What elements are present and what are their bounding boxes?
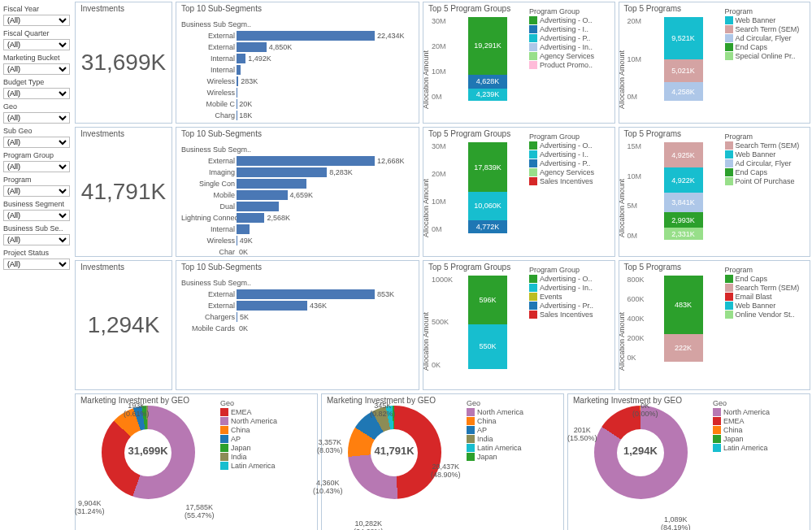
legend-item[interactable]: Web Banner [725, 16, 805, 24]
legend-item[interactable]: Latin America [467, 444, 560, 452]
legend-item[interactable]: North America [220, 417, 314, 425]
bar-row[interactable]: External4,850K [181, 41, 414, 53]
legend-item[interactable]: Advertising - O.. [529, 16, 610, 24]
bar-row[interactable]: Mobile C20K [181, 98, 414, 110]
legend-item[interactable]: Web Banner [725, 150, 805, 159]
bar[interactable] [237, 54, 245, 63]
legend-item[interactable]: Product Promo.. [529, 61, 610, 69]
legend-item[interactable]: North America [713, 408, 806, 416]
stack-segment[interactable]: 4,925K [664, 142, 703, 167]
bar-row[interactable]: Charg18K [181, 110, 414, 121]
filter-select-0[interactable]: (All) [3, 15, 70, 26]
legend-item[interactable]: Japan [220, 444, 314, 452]
legend-item[interactable]: Agency Services [529, 52, 610, 60]
legend-item[interactable]: China [220, 426, 314, 434]
bar[interactable] [237, 179, 306, 189]
stacked-bar[interactable]: 222K483K [664, 276, 703, 362]
bar-row[interactable]: Char0K [181, 246, 414, 257]
legend-item[interactable]: AP [220, 435, 314, 443]
filter-select-9[interactable]: (All) [3, 234, 70, 245]
bar[interactable] [237, 213, 264, 223]
bar-row[interactable]: Wireless [181, 87, 414, 98]
legend-item[interactable]: Advertising - Pr.. [529, 302, 610, 310]
legend-item[interactable]: Advertising - O.. [529, 141, 610, 150]
stack-segment[interactable]: 4,772K [468, 220, 507, 233]
legend-item[interactable]: Japan [467, 453, 560, 461]
bar-row[interactable]: External22,434K [181, 30, 414, 41]
bar[interactable] [237, 65, 241, 75]
legend-item[interactable]: Sales Incentives [529, 177, 610, 185]
legend-item[interactable]: Advertising - I.. [529, 150, 610, 159]
stack-segment[interactable]: 483K [664, 276, 703, 334]
filter-select-2[interactable]: (All) [3, 63, 70, 75]
legend-item[interactable]: EMEA [220, 408, 314, 416]
bar[interactable] [237, 289, 375, 299]
legend-item[interactable]: Ad Circular, Flyer [725, 159, 805, 167]
stack-segment[interactable]: 4,239K [468, 89, 507, 102]
filter-select-3[interactable]: (All) [3, 88, 70, 99]
legend-item[interactable]: Sales Incentives [529, 311, 610, 319]
stack-segment[interactable]: 5,021K [664, 59, 703, 82]
filter-select-6[interactable]: (All) [3, 161, 70, 172]
stack-segment[interactable]: 222K [664, 334, 703, 361]
legend-item[interactable]: End Caps [725, 168, 805, 176]
stack-segment[interactable]: 3,841K [664, 193, 703, 212]
bar-row[interactable]: Wireless283K [181, 76, 414, 87]
bar-row[interactable]: External12,668K [181, 155, 414, 167]
bar-row[interactable]: Internal1,492K [181, 53, 414, 64]
stack-segment[interactable]: 2,993K [664, 212, 703, 228]
stack-segment[interactable]: 550K [468, 324, 507, 369]
stack-segment[interactable]: 4,258K [664, 82, 703, 101]
legend-item[interactable]: Advertising - P.. [529, 34, 610, 42]
legend-item[interactable]: Email Blast [725, 293, 805, 301]
stack-segment[interactable]: 17,839K [468, 142, 507, 192]
bar-row[interactable]: Mobile Cards0K [181, 323, 414, 334]
bar[interactable] [237, 301, 307, 311]
legend-item[interactable]: Japan [713, 435, 806, 443]
bar-row[interactable]: Imaging8,283K [181, 167, 414, 178]
stacked-bar[interactable]: 550K596K [468, 276, 507, 369]
legend-item[interactable]: EMEA [713, 417, 806, 425]
legend-item[interactable]: Advertising - P.. [529, 159, 610, 167]
stack-segment[interactable]: 19,291K [468, 17, 507, 75]
filter-select-10[interactable]: (All) [3, 258, 70, 270]
legend-item[interactable]: Latin America [220, 462, 314, 470]
legend-item[interactable]: North America [467, 408, 560, 416]
legend-item[interactable]: Events [529, 293, 610, 301]
bar[interactable] [237, 42, 267, 52]
bar-row[interactable]: Mobile4,659K [181, 189, 414, 201]
legend-item[interactable]: Ad Circular, Flyer [725, 34, 805, 42]
legend-item[interactable]: Search Term (SEM) [725, 141, 805, 150]
legend-item[interactable]: India [467, 435, 560, 443]
stacked-bar[interactable]: 4,239K4,628K19,291K [468, 17, 507, 101]
legend-item[interactable]: Advertising - O.. [529, 275, 610, 283]
filter-select-5[interactable]: (All) [3, 137, 70, 148]
filter-select-8[interactable]: (All) [3, 210, 70, 221]
filter-select-4[interactable]: (All) [3, 112, 70, 124]
bar[interactable] [237, 202, 279, 211]
bar-row[interactable]: Single Con [181, 178, 414, 189]
legend-item[interactable]: Advertising - In.. [529, 43, 610, 51]
legend-item[interactable]: AP [467, 426, 560, 434]
legend-item[interactable]: China [467, 417, 560, 425]
legend-item[interactable]: Web Banner [725, 302, 805, 310]
stack-segment[interactable]: 10,060K [468, 192, 507, 219]
bar[interactable] [237, 167, 327, 177]
legend-item[interactable]: Latin America [713, 444, 806, 452]
legend-item[interactable]: Advertising - I.. [529, 25, 610, 33]
bar-row[interactable]: Dual [181, 201, 414, 212]
stack-segment[interactable]: 4,628K [468, 75, 507, 89]
legend-item[interactable]: Agency Services [529, 168, 610, 176]
legend-item[interactable]: Online Vendor St.. [725, 311, 805, 319]
bar-row[interactable]: External436K [181, 300, 414, 311]
legend-item[interactable]: Advertising - In.. [529, 284, 610, 292]
stack-segment[interactable]: 596K [468, 276, 507, 324]
legend-item[interactable]: Search Term (SEM) [725, 284, 805, 292]
bar[interactable] [237, 88, 237, 98]
bar[interactable] [237, 190, 288, 200]
bar-row[interactable]: Chargers5K [181, 311, 414, 323]
legend-item[interactable]: End Caps [725, 275, 805, 283]
legend-item[interactable]: Point Of Purchase [725, 177, 805, 185]
bar-row[interactable]: Internal [181, 64, 414, 76]
stack-segment[interactable]: 4,922K [664, 167, 703, 193]
